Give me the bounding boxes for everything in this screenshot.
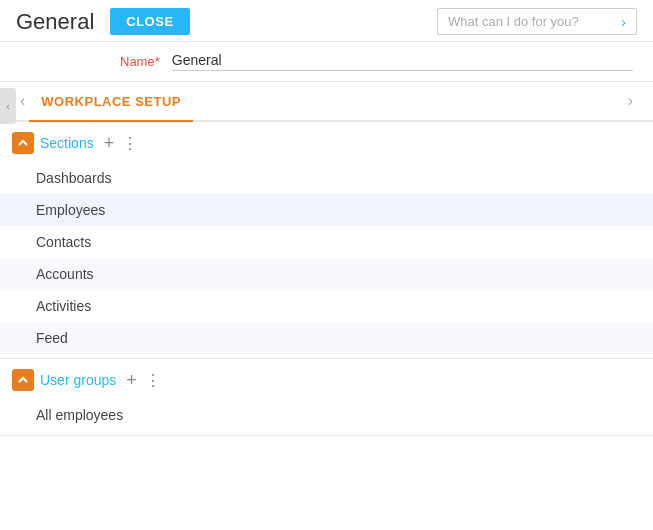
user-groups-collapse-icon[interactable] — [12, 369, 34, 391]
name-value[interactable]: General — [172, 52, 633, 71]
sections-group: Sections + ⋮ Dashboards Employees Contac… — [0, 122, 653, 359]
user-groups-title[interactable]: User groups — [40, 372, 116, 388]
sections-title[interactable]: Sections — [40, 135, 94, 151]
user-groups-group: User groups + ⋮ All employees — [0, 359, 653, 436]
list-item[interactable]: Accounts — [0, 258, 653, 290]
nav-next-button[interactable]: › — [624, 88, 637, 114]
user-groups-dots-button[interactable]: ⋮ — [145, 371, 161, 390]
name-label: Name* — [120, 54, 160, 69]
list-item[interactable]: Feed — [0, 322, 653, 354]
sections-add-button[interactable]: + — [104, 134, 115, 152]
sections-dots-button[interactable]: ⋮ — [122, 134, 138, 153]
sections-header: Sections + ⋮ — [0, 122, 653, 162]
user-groups-header: User groups + ⋮ — [0, 359, 653, 399]
collapse-icon: ‹ — [6, 100, 10, 112]
user-groups-add-button[interactable]: + — [126, 371, 137, 389]
search-bar[interactable]: What can I do for you? › — [437, 8, 637, 35]
name-row: Name* General — [0, 42, 653, 82]
chevron-up-icon — [17, 137, 29, 149]
nav-bar-title: WORKPLACE SETUP — [29, 82, 193, 122]
sections-collapse-icon[interactable] — [12, 132, 34, 154]
search-placeholder: What can I do for you? — [448, 14, 579, 29]
top-bar: General CLOSE What can I do for you? › — [0, 0, 653, 42]
list-item[interactable]: Employees — [0, 194, 653, 226]
list-item[interactable]: All employees — [0, 399, 653, 431]
content-area: Sections + ⋮ Dashboards Employees Contac… — [0, 122, 653, 477]
chevron-up-icon-2 — [17, 374, 29, 386]
list-item[interactable]: Activities — [0, 290, 653, 322]
side-collapse-button[interactable]: ‹ — [0, 88, 16, 124]
search-arrow-icon: › — [621, 13, 626, 30]
list-item[interactable]: Dashboards — [0, 162, 653, 194]
close-button[interactable]: CLOSE — [110, 8, 189, 35]
page-title: General — [16, 9, 94, 35]
list-item[interactable]: Contacts — [0, 226, 653, 258]
nav-bar: ‹ WORKPLACE SETUP › — [0, 82, 653, 122]
nav-prev-button[interactable]: ‹ — [16, 88, 29, 114]
